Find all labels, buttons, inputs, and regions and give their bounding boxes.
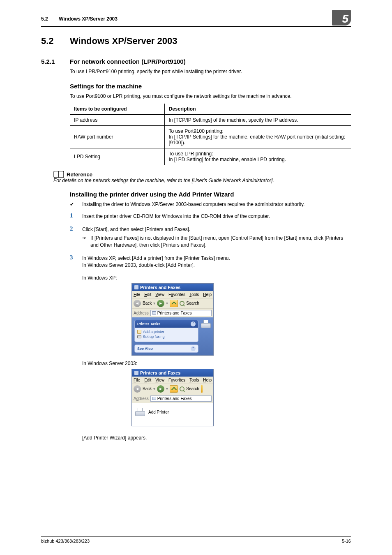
table-cell: IP address [70, 114, 164, 125]
book-icon [53, 171, 64, 178]
table-row: RAW port number To use Port9100 printing… [70, 125, 351, 148]
header-section-title: Windows XP/Server 2003 [59, 16, 118, 22]
menu-file[interactable]: File [134, 378, 140, 382]
page-footer: bizhub 423/363/283/223 5-16 [41, 536, 351, 543]
h2-text: Windows XP/Server 2003 [70, 36, 177, 46]
step-number: 3 [70, 254, 73, 261]
separator: ▾ [166, 386, 168, 391]
menu-favorites[interactable]: Favorites [168, 292, 185, 297]
separator: ▾ [153, 301, 155, 305]
table-cell: LPD Setting [70, 148, 164, 165]
step-text: Click [Start], and then select [Printers… [82, 226, 351, 233]
screenshot-server2003: Printers and Faxes File Edit View Favori… [131, 369, 214, 426]
intro-paragraph: To use LPR/Port9100 printing, specify th… [70, 68, 351, 75]
printer-icon [134, 285, 138, 289]
add-printer-icon[interactable] [135, 408, 145, 417]
toolbar: ◄ Back ▾ ► ▾ Search [132, 298, 213, 308]
folders-icon[interactable] [201, 385, 203, 393]
address-field[interactable]: Printers and Faxes [150, 395, 212, 402]
add-printer-label[interactable]: Add Printer [148, 410, 169, 414]
table-header-desc: Description [164, 104, 351, 115]
menu-help[interactable]: Help [203, 292, 212, 297]
step-subtext: If [Printers and Faxes] is not displayed… [82, 235, 351, 249]
up-folder-icon[interactable] [170, 385, 178, 393]
printer-tasks-panel: Printer Tasks ⌃ Add a printer [134, 320, 198, 342]
printer-icon [152, 311, 156, 314]
back-button[interactable]: ◄ [134, 300, 141, 307]
table-row: IP address In [TCP/IP Settings] of the m… [70, 114, 351, 125]
screenshot-xp: Printers and Faxes File Edit View Favori… [131, 283, 214, 356]
collapse-icon[interactable]: ⌃ [191, 321, 196, 326]
table-row: LPD Setting To use LPR printing: In [LPD… [70, 148, 351, 165]
step-text: Insert the printer driver CD-ROM for Win… [82, 213, 351, 220]
window-title: Printers and Faxes [140, 370, 180, 375]
chapter-number: 5 [342, 12, 348, 25]
header-section-number: 5.2 [41, 16, 58, 22]
h2-number: 5.2 [41, 36, 70, 46]
back-button[interactable]: ◄ [134, 385, 141, 393]
forward-button[interactable]: ► [157, 385, 164, 393]
task-add-printer[interactable]: Add a printer [137, 329, 196, 334]
search-icon[interactable] [180, 301, 184, 306]
h4-settings: Settings for the machine [70, 83, 351, 90]
search-label: Search [186, 386, 199, 391]
task-label: Add a printer [143, 330, 164, 334]
footer-model: bizhub 423/363/283/223 [41, 539, 90, 543]
step-item: 3 In Windows XP, select [Add a printer] … [70, 255, 351, 442]
address-value: Printers and Faxes [157, 311, 192, 315]
forward-button[interactable]: ► [157, 300, 164, 307]
search-icon[interactable] [180, 386, 184, 391]
content-area: Add Printer [132, 403, 213, 426]
separator: ▾ [166, 301, 168, 305]
h4-install: Installing the printer driver using the … [70, 191, 351, 198]
see-also-panel: See Also ⌃ [134, 345, 198, 353]
address-label: Address [134, 396, 149, 401]
menu-bar: File Edit View Favorites Tools Help [132, 377, 213, 384]
footer-page: 5-16 [342, 539, 351, 543]
reference-text: For details on the network settings for … [53, 178, 351, 183]
back-label: Back [143, 386, 152, 391]
printer-large-icon[interactable] [201, 320, 211, 329]
h3-number: 5.2.1 [41, 58, 70, 65]
menu-view[interactable]: View [155, 292, 164, 297]
menu-favorites[interactable]: Favorites [168, 378, 185, 382]
sublabel-2003: In Windows Server 2003: [82, 361, 351, 366]
menu-file[interactable]: File [134, 292, 140, 297]
sublabel-xp: In Windows XP: [82, 275, 351, 281]
table-cell: To use Port9100 printing: In [TCP/IP Set… [164, 125, 351, 148]
step-text: In Windows XP, select [Add a printer] fr… [82, 255, 351, 269]
h3-text: For network connection (LPR/Port9100) [70, 58, 186, 65]
up-folder-icon[interactable] [170, 300, 178, 307]
tasks-pane: Printer Tasks ⌃ Add a printer [132, 317, 213, 355]
search-label: Search [186, 301, 199, 305]
settings-intro: To use Port9100 or LPR printing, you mus… [70, 93, 351, 100]
address-bar: Address Printers and Faxes [132, 308, 213, 317]
window-titlebar: Printers and Faxes [132, 369, 213, 377]
panel-title: See Also [137, 347, 153, 351]
fax-icon [137, 335, 141, 338]
collapse-icon[interactable]: ⌃ [191, 346, 196, 351]
table-cell: To use LPR printing: In [LPD Setting] fo… [164, 148, 351, 165]
menu-tools[interactable]: Tools [189, 378, 199, 382]
task-setup-faxing[interactable]: Set up faxing [137, 334, 196, 339]
address-value: Printers and Faxes [157, 396, 192, 401]
config-table: Items to be configured Description IP ad… [70, 104, 351, 165]
separator: ▾ [153, 386, 155, 391]
printer-icon [152, 397, 156, 400]
add-printer-icon [137, 330, 141, 334]
table-cell: RAW port number [70, 125, 164, 148]
window-titlebar: Printers and Faxes [132, 284, 213, 291]
menu-help[interactable]: Help [203, 378, 212, 382]
printer-icon [134, 371, 138, 375]
reference-label: Reference [67, 171, 92, 178]
menu-bar: File Edit View Favorites Tools Help [132, 291, 213, 298]
step-item: 2 Click [Start], and then select [Printe… [70, 226, 351, 249]
menu-edit[interactable]: Edit [144, 378, 151, 382]
menu-edit[interactable]: Edit [144, 292, 151, 297]
menu-view[interactable]: View [155, 378, 164, 382]
address-field[interactable]: Printers and Faxes [150, 310, 212, 316]
address-label: Address [134, 311, 149, 315]
result-text: [Add Printer Wizard] appears. [82, 435, 351, 442]
menu-tools[interactable]: Tools [189, 292, 199, 297]
address-bar: Address Printers and Faxes [132, 394, 213, 403]
